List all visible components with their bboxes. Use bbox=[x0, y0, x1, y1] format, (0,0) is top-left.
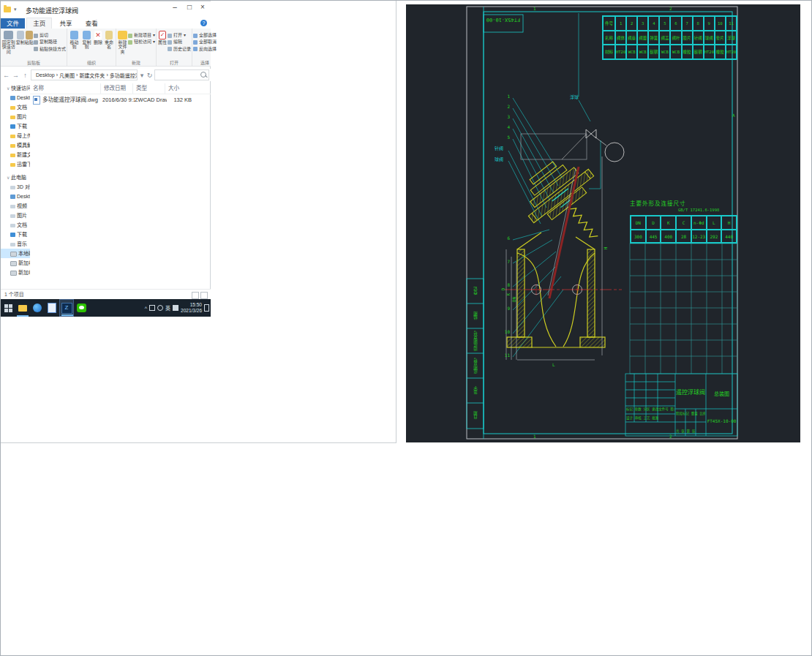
tab-view[interactable]: 查看 bbox=[80, 18, 104, 29]
sidebar-item-documents-pinned[interactable]: 文档 bbox=[1, 102, 30, 112]
help-icon[interactable]: ? bbox=[200, 20, 207, 26]
sidebar-item-desktop-pinned[interactable]: Desktop bbox=[1, 93, 30, 102]
sidebar-item-music[interactable]: 音乐 bbox=[1, 239, 30, 249]
folder-icon bbox=[4, 7, 11, 12]
quick-access-toolbar-chevron-icon[interactable]: ▾ bbox=[14, 7, 17, 12]
open-button[interactable]: 打开▾ bbox=[168, 32, 191, 39]
sidebar-item-local-disk-c[interactable]: 本地磁盘 (C:) bbox=[1, 249, 30, 258]
history-button[interactable]: 历史记录 bbox=[168, 46, 191, 53]
list-view-icon[interactable] bbox=[192, 292, 199, 299]
sidebar-item-folder[interactable]: 母上传文件 bbox=[1, 131, 30, 140]
zone-number-bottom: 1 bbox=[533, 434, 536, 439]
select-all-button[interactable]: 全部选择 bbox=[193, 32, 217, 39]
copy-button[interactable]: 复制 bbox=[16, 30, 25, 45]
taskbar-zwcad-button[interactable]: Z bbox=[59, 299, 74, 317]
select-none-button[interactable]: 全部取消 bbox=[193, 39, 217, 45]
refresh-icon[interactable]: ↻ bbox=[146, 71, 153, 80]
tray-grid-icon[interactable] bbox=[173, 305, 178, 311]
sidebar-item-documents[interactable]: 文档 bbox=[1, 220, 30, 230]
delete-button[interactable]: ✕ 删除 bbox=[93, 30, 103, 45]
cut-button[interactable]: 剪切 bbox=[34, 32, 66, 39]
address-dropdown-icon[interactable]: ▾ bbox=[139, 71, 145, 80]
sidebar-item-new-volume-e[interactable]: 新加卷 (E:) bbox=[1, 268, 30, 277]
sidebar-item-downloads[interactable]: 下载 bbox=[1, 230, 30, 239]
new-small-buttons: 新建项目▾ 轻松访问▾ bbox=[128, 30, 155, 46]
sidebar-item-new-volume-d[interactable]: 新加卷 (D:) bbox=[1, 258, 30, 268]
callout-number: 11 bbox=[501, 352, 510, 358]
paste-icon bbox=[26, 31, 33, 39]
breadcrumb[interactable]: Desktop › 凡美图 › 新建文件夹 › 多功能遥控浮球阀 bbox=[31, 69, 138, 80]
copy-to-button[interactable]: 复制到 bbox=[80, 30, 93, 50]
column-header-name[interactable]: 名称 bbox=[30, 83, 101, 94]
new-folder-button[interactable]: 新建文件夹 bbox=[117, 30, 128, 54]
ime-indicator[interactable]: 英 bbox=[165, 304, 170, 312]
maximize-button[interactable]: □ bbox=[183, 1, 196, 15]
pin-to-quick-access-button[interactable]: 固定到快速访问 bbox=[1, 30, 16, 54]
sidebar-item-downloads-pinned[interactable]: 下载 bbox=[1, 121, 30, 131]
copy-path-button[interactable]: 复制路径 bbox=[34, 39, 66, 45]
tray-chevron-icon[interactable]: ^ bbox=[145, 306, 147, 311]
title-block-drawing-number: FT45X-10-00 bbox=[706, 418, 737, 423]
paste-shortcut-button[interactable]: 粘贴快捷方式 bbox=[34, 46, 66, 53]
clock[interactable]: 15:50 2021/3/26 bbox=[181, 302, 202, 314]
taskbar-browser-button[interactable] bbox=[30, 299, 45, 317]
sidebar-item-folder[interactable]: 新建文件夹 bbox=[1, 150, 30, 159]
clock-time: 15:50 bbox=[181, 302, 202, 308]
delete-icon: ✕ bbox=[94, 31, 102, 39]
taskbar-explorer-button[interactable] bbox=[15, 299, 30, 317]
taskbar-document-app-button[interactable] bbox=[45, 299, 59, 317]
breadcrumb-item[interactable]: 多功能遥控浮球阀 bbox=[110, 72, 138, 79]
taskbar-wechat-button[interactable] bbox=[74, 299, 89, 317]
file-date: 2016/6/30 9:18 bbox=[102, 94, 135, 105]
start-button[interactable] bbox=[1, 299, 15, 317]
action-center-icon[interactable] bbox=[204, 304, 209, 312]
sidebar-item-folder[interactable]: 迅雷下载 bbox=[1, 159, 30, 169]
sidebar-item-videos[interactable]: 视频 bbox=[1, 201, 30, 211]
forward-button[interactable]: → bbox=[12, 71, 20, 80]
column-header-date[interactable]: 修改日期 bbox=[101, 83, 133, 94]
invert-selection-button[interactable]: 反向选择 bbox=[193, 46, 217, 53]
sidebar-item-quick-access[interactable]: ∨快速访问 bbox=[1, 83, 30, 93]
easy-access-button[interactable]: 轻松访问▾ bbox=[128, 39, 155, 45]
move-to-button[interactable]: 移动到 bbox=[68, 30, 80, 50]
open-small-buttons: 打开▾ 编辑 历史记录 bbox=[168, 30, 191, 53]
sidebar-item-desktop[interactable]: Desktop bbox=[1, 192, 30, 201]
paste-button[interactable]: 粘贴 bbox=[25, 30, 34, 45]
title-block-labels-scale: 阶段标记 重量 比例 bbox=[676, 411, 705, 415]
thumbnail-view-icon[interactable] bbox=[200, 292, 208, 299]
tab-file[interactable]: 文件 bbox=[1, 18, 25, 29]
sidebar-item-pictures[interactable]: 图片 bbox=[1, 211, 30, 220]
group-label-open: 打开 bbox=[157, 59, 192, 66]
file-row[interactable]: 多功能遥控浮球阀.dwg 2016/6/30 9:18 ZWCAD Drawin… bbox=[30, 94, 211, 105]
edit-button[interactable]: 编辑 bbox=[168, 39, 191, 45]
volume-icon[interactable] bbox=[157, 305, 163, 311]
list-header-row: 名称 修改日期 类型 大小 bbox=[30, 83, 211, 94]
breadcrumb-item[interactable]: 凡美图 bbox=[59, 72, 75, 79]
sidebar-item-pictures-pinned[interactable]: 图片 bbox=[1, 112, 30, 121]
wechat-icon bbox=[77, 304, 86, 312]
new-item-button[interactable]: 新建项目▾ bbox=[128, 32, 155, 39]
callout-number: 10 bbox=[501, 329, 510, 334]
up-button[interactable]: ↑ bbox=[21, 71, 29, 80]
sidebar-item-this-pc[interactable]: ∨此电脑 bbox=[1, 173, 30, 182]
search-input[interactable] bbox=[154, 69, 209, 80]
close-button[interactable]: × bbox=[196, 1, 209, 15]
address-bar: ← → ↑ Desktop › 凡美图 › 新建文件夹 › 多功能遥控浮球阀 ▾… bbox=[1, 69, 211, 81]
sidebar-item-3d-objects[interactable]: 3D 对象 bbox=[1, 182, 30, 192]
breadcrumb-item[interactable]: 新建文件夹 bbox=[79, 72, 105, 79]
browser-icon bbox=[33, 304, 42, 312]
properties-button[interactable]: ✓ 属性 bbox=[157, 30, 168, 45]
tab-home[interactable]: 主页 bbox=[26, 18, 52, 29]
rename-button[interactable]: 重命名 bbox=[103, 30, 115, 50]
back-button[interactable]: ← bbox=[2, 71, 10, 80]
tab-share[interactable]: 共享 bbox=[54, 18, 78, 29]
minimize-button[interactable]: – bbox=[168, 1, 181, 15]
sidebar-item-folder[interactable]: 模具解压资料 bbox=[1, 140, 30, 150]
column-header-type[interactable]: 类型 bbox=[133, 83, 165, 94]
select-small-buttons: 全部选择 全部取消 反向选择 bbox=[193, 30, 217, 53]
tray-window-icon[interactable] bbox=[149, 305, 155, 311]
column-header-size[interactable]: 大小 bbox=[165, 83, 193, 94]
breadcrumb-separator: › bbox=[106, 72, 108, 78]
zwcad-icon: Z bbox=[61, 303, 72, 314]
breadcrumb-item[interactable]: Desktop bbox=[36, 72, 55, 78]
